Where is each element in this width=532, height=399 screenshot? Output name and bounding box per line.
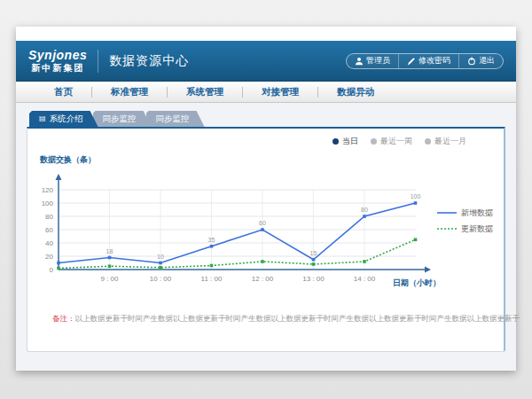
page-title: 数据资源中心	[109, 53, 189, 69]
data-point	[108, 264, 112, 268]
data-point	[57, 267, 60, 270]
logout-button[interactable]: 退出	[458, 54, 503, 68]
logo: Synjones 新中新集团	[28, 49, 87, 72]
point-label: 10	[157, 254, 164, 260]
tab-system-intro[interactable]: ▤ 系统介绍	[29, 111, 98, 127]
data-point	[261, 260, 264, 263]
tab-sync-monitor-2[interactable]: 同步监控	[146, 111, 205, 127]
y-tick-label: 40	[45, 239, 53, 247]
y-axis-label: 数据交换（条）	[39, 155, 96, 164]
x-tick-label: 13 : 00	[302, 275, 325, 283]
x-tick-label: 14 : 00	[354, 275, 376, 283]
data-point	[57, 262, 60, 265]
data-point	[414, 201, 418, 205]
data-point	[210, 264, 214, 268]
legend-label: 更新数据	[461, 224, 493, 233]
legend-label: 新增数据	[461, 208, 493, 217]
point-label: 18	[106, 248, 113, 254]
data-point	[261, 228, 264, 231]
logo-subtitle: 新中新集团	[28, 63, 87, 73]
point-label: 60	[259, 220, 266, 226]
footnote: 备注：以上数据更新于时间产生数据以上数据更新于时间产生数据以上数据更新于时间产生…	[52, 314, 520, 325]
x-tick-label: 12 : 00	[252, 275, 274, 283]
y-tick-label: 100	[42, 200, 54, 207]
data-point	[414, 238, 418, 241]
main-nav: 首页 标准管理 系统管理 对接管理 数据异动	[16, 82, 516, 103]
header-actions: 管理员 修改密码 退出	[346, 53, 504, 69]
app-window: Synjones 新中新集团 数据资源中心 管理员 修改密码	[16, 27, 516, 371]
line-chart: 9 : 0010 : 0011 : 0012 : 0013 : 0014 : 0…	[27, 129, 504, 310]
logout-label: 退出	[479, 55, 495, 66]
window-top-strip	[16, 27, 516, 41]
tab-sync-monitor-1[interactable]: 同步监控	[93, 111, 152, 127]
x-tick-label: 9 : 00	[100, 275, 119, 283]
power-icon	[467, 57, 476, 66]
data-point	[363, 260, 366, 263]
point-label: 80	[361, 207, 368, 213]
footnote-text: 以上数据更新于时间产生数据以上数据更新于时间产生数据以上数据更新于时间产生数据以…	[75, 314, 520, 323]
tab-label: 同步监控	[156, 113, 190, 125]
data-point	[210, 245, 214, 248]
x-axis-arrow-icon	[425, 267, 431, 273]
data-point	[312, 258, 316, 262]
header-divider	[98, 50, 98, 73]
nav-item-home[interactable]: 首页	[35, 86, 91, 98]
footnote-label: 备注：	[52, 314, 75, 323]
y-tick-label: 20	[45, 253, 53, 261]
user-label: 管理员	[366, 55, 390, 66]
tab-label: 同步监控	[103, 113, 137, 125]
y-axis-arrow-icon	[56, 174, 62, 180]
point-label: 15	[310, 250, 317, 256]
data-point	[363, 215, 366, 218]
change-password-label: 修改密码	[419, 55, 450, 66]
data-point	[159, 266, 162, 270]
y-tick-label: 60	[45, 226, 53, 234]
nav-item-integration-management[interactable]: 对接管理	[243, 86, 317, 98]
y-tick-label: 0	[50, 266, 54, 274]
point-label: 35	[208, 237, 215, 243]
tab-label: 系统介绍	[50, 113, 83, 125]
point-label: 100	[411, 193, 421, 200]
y-tick-label: 120	[42, 186, 54, 194]
user-button[interactable]: 管理员	[347, 54, 398, 68]
x-axis-label: 日期（小时）	[393, 278, 441, 287]
change-password-button[interactable]: 修改密码	[398, 54, 458, 68]
y-tick-label: 80	[45, 213, 53, 221]
nav-item-system-management[interactable]: 系统管理	[168, 86, 242, 98]
document-icon: ▤	[39, 115, 46, 122]
logo-text: Synjones	[28, 49, 87, 62]
nav-item-standard-management[interactable]: 标准管理	[92, 86, 167, 98]
data-point	[108, 256, 112, 260]
nav-item-data-changes[interactable]: 数据异动	[318, 86, 393, 98]
tab-bar: ▤ 系统介绍 同步监控 同步监控	[29, 111, 516, 127]
user-icon	[355, 57, 364, 66]
app-header: Synjones 新中新集团 数据资源中心 管理员 修改密码	[16, 41, 516, 82]
x-tick-label: 10 : 00	[150, 275, 172, 283]
content-area: ▤ 系统介绍 同步监控 同步监控 当日 最近一周	[16, 103, 516, 371]
data-point	[312, 262, 316, 266]
chart-panel: 当日 最近一周 最近一月 9 : 0010 : 0011 : 0012 : 00…	[27, 127, 505, 352]
data-point	[159, 262, 162, 265]
edit-icon	[407, 57, 416, 66]
x-tick-label: 11 : 00	[201, 275, 223, 283]
